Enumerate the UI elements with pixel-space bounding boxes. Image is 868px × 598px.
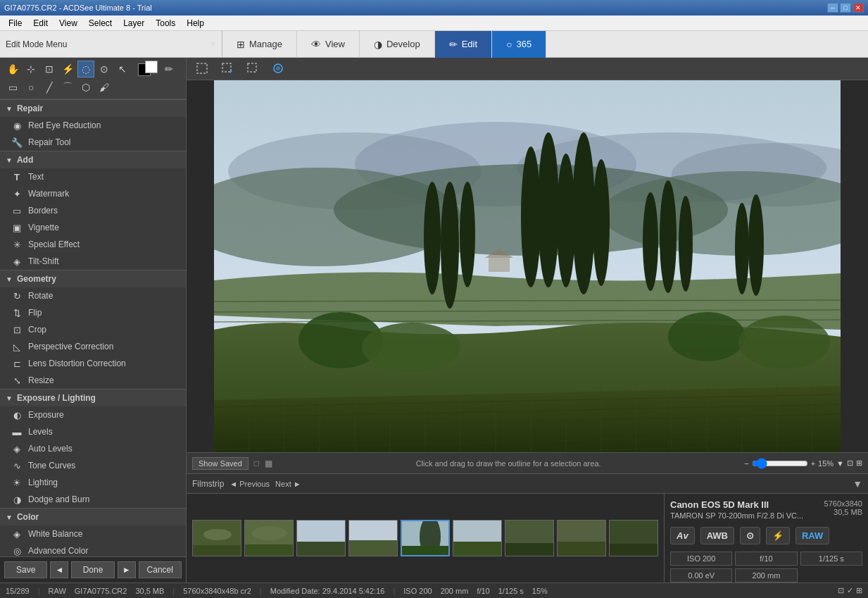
tool-line[interactable]: ╱	[41, 79, 58, 96]
zoom-dropdown[interactable]: ▼	[836, 459, 844, 468]
marquee-rect-btn[interactable]	[191, 60, 213, 78]
item-resize[interactable]: ⤡ Resize	[0, 372, 186, 389]
zoom-slider[interactable]	[752, 458, 808, 469]
item-red-eye[interactable]: ◉ Red Eye Reduction	[0, 117, 186, 134]
thumb-1[interactable]	[192, 520, 241, 556]
next-button[interactable]: ►	[118, 561, 136, 578]
tool-curve[interactable]: ⌒	[59, 79, 76, 96]
next-film-button[interactable]: Next ►	[275, 480, 301, 488]
prev-film-button[interactable]: ◄ Previous	[229, 480, 270, 488]
status-icon-2[interactable]: ✓	[847, 586, 853, 595]
thumb-3[interactable]	[296, 520, 346, 556]
item-advanced-color[interactable]: ◎ Advanced Color	[0, 542, 186, 556]
item-lighting[interactable]: ☀ Lighting	[0, 474, 186, 491]
wb-badge: AWB	[700, 527, 734, 544]
thumb-2[interactable]	[244, 520, 294, 556]
item-repair-tool[interactable]: 🔧 Repair Tool	[0, 134, 186, 151]
item-special-effect[interactable]: ✳ Special Effect	[0, 236, 186, 253]
thumb-5-selected[interactable]	[401, 520, 450, 556]
menu-edit[interactable]: Edit	[27, 17, 54, 30]
tab-manage[interactable]: ⊞ Manage	[222, 31, 297, 58]
tool-stamp[interactable]: ⊙	[96, 61, 113, 77]
tool-brush[interactable]: 🖌	[96, 79, 113, 96]
show-saved-button[interactable]: Show Saved	[192, 457, 249, 470]
item-flip[interactable]: ⇅ Flip	[0, 304, 186, 321]
thumb-6[interactable]	[453, 520, 502, 556]
actual-size-icon[interactable]: ⊞	[856, 459, 862, 468]
menu-file[interactable]: File	[3, 17, 27, 30]
color-label: Color	[17, 512, 39, 522]
item-dodge-burn[interactable]: ◑ Dodge and Burn	[0, 491, 186, 508]
section-color[interactable]: ▼ Color	[0, 508, 186, 525]
overlay-btn[interactable]	[267, 60, 289, 78]
zoom-plus[interactable]: +	[811, 459, 815, 468]
item-tone-curves[interactable]: ∿ Tone Curves	[0, 457, 186, 474]
item-auto-levels[interactable]: ◈ Auto Levels	[0, 440, 186, 457]
foreground-color[interactable]	[145, 61, 158, 73]
prev-button[interactable]: ◄	[50, 561, 68, 578]
tool-pen[interactable]: ✏	[161, 61, 177, 77]
iso-val: ISO 200	[670, 552, 732, 566]
menu-tools[interactable]: Tools	[150, 17, 181, 30]
save-icon-1[interactable]: □	[254, 459, 259, 468]
tool-polygon[interactable]: ⬡	[77, 79, 94, 96]
tab-develop[interactable]: ◑ Develop	[360, 31, 435, 58]
tool-magic[interactable]: ⚡	[59, 61, 76, 77]
menu-select[interactable]: Select	[83, 17, 118, 30]
menu-view[interactable]: View	[54, 17, 83, 30]
section-exposure[interactable]: ▼ Exposure / Lighting	[0, 389, 186, 406]
maximize-button[interactable]: □	[840, 3, 851, 13]
item-levels[interactable]: ▬ Levels	[0, 423, 186, 440]
fit-icon[interactable]: ⊡	[847, 459, 853, 468]
tool-lasso[interactable]: ◌	[77, 61, 94, 77]
left-scrollable[interactable]: ▼ Repair ◉ Red Eye Reduction 🔧 Repair To…	[0, 99, 186, 556]
add-selection-btn[interactable]: +	[216, 60, 239, 78]
close-button[interactable]: ✕	[853, 3, 864, 13]
image-area[interactable]	[187, 80, 868, 452]
tab-365[interactable]: ○ 365	[492, 31, 546, 58]
remove-selection-btn[interactable]: -	[241, 60, 264, 78]
cancel-button[interactable]: Cancel	[139, 561, 182, 578]
save-icon-2[interactable]: ▦	[265, 459, 272, 468]
item-watermark[interactable]: ✦ Watermark	[0, 185, 186, 202]
save-button[interactable]: Save	[4, 561, 47, 578]
thumb-8[interactable]	[557, 520, 606, 556]
status-icon-3[interactable]: ⊞	[856, 586, 862, 595]
item-white-balance[interactable]: ◈ White Balance	[0, 525, 186, 542]
section-repair[interactable]: ▼ Repair	[0, 99, 186, 117]
tool-circle[interactable]: ○	[23, 79, 39, 96]
tool-hand[interactable]: ✋	[4, 61, 21, 77]
item-text[interactable]: T Text	[0, 168, 186, 185]
thumb-4[interactable]	[348, 520, 398, 556]
tool-arrow[interactable]: ↖	[114, 61, 131, 77]
section-add[interactable]: ▼ Add	[0, 151, 186, 168]
tab-edit[interactable]: ✏ Edit	[435, 31, 492, 58]
done-button[interactable]: Done	[71, 561, 114, 578]
zoom-minus[interactable]: −	[744, 459, 748, 468]
item-tilt-shift[interactable]: ◈ Tilt-Shift	[0, 253, 186, 270]
tool-move[interactable]: ⊹	[23, 61, 39, 77]
item-perspective[interactable]: ◺ Perspective Correction	[0, 338, 186, 355]
item-rotate[interactable]: ↻ Rotate	[0, 287, 186, 304]
edit-mode-dropdown[interactable]: ▼	[209, 40, 216, 48]
menu-layer[interactable]: Layer	[118, 17, 150, 30]
item-borders[interactable]: ▭ Borders	[0, 202, 186, 219]
item-exposure[interactable]: ◐ Exposure	[0, 406, 186, 423]
window-controls[interactable]: ─ □ ✕	[827, 3, 864, 13]
filmstrip-dropdown[interactable]: ▼	[853, 478, 862, 490]
item-vignette[interactable]: ▣ Vignette	[0, 219, 186, 236]
color-swatch[interactable]	[138, 61, 158, 76]
item-lens-distortion[interactable]: ⊏ Lens Distortion Correction	[0, 355, 186, 372]
tool-rect[interactable]: ▭	[4, 79, 21, 96]
menu-help[interactable]: Help	[181, 17, 210, 30]
item-crop[interactable]: ⊡ Crop	[0, 321, 186, 338]
status-icon-1[interactable]: ⊡	[838, 586, 844, 595]
minimize-button[interactable]: ─	[827, 3, 838, 13]
text-icon: T	[11, 171, 23, 182]
tool-transform[interactable]: ⊡	[41, 61, 58, 77]
thumb-9[interactable]	[609, 520, 658, 556]
section-geometry[interactable]: ▼ Geometry	[0, 270, 186, 287]
thumb-7[interactable]	[505, 520, 554, 556]
tab-view[interactable]: 👁 View	[297, 31, 360, 58]
status-icons[interactable]: ⊡ ✓ ⊞	[838, 586, 862, 595]
